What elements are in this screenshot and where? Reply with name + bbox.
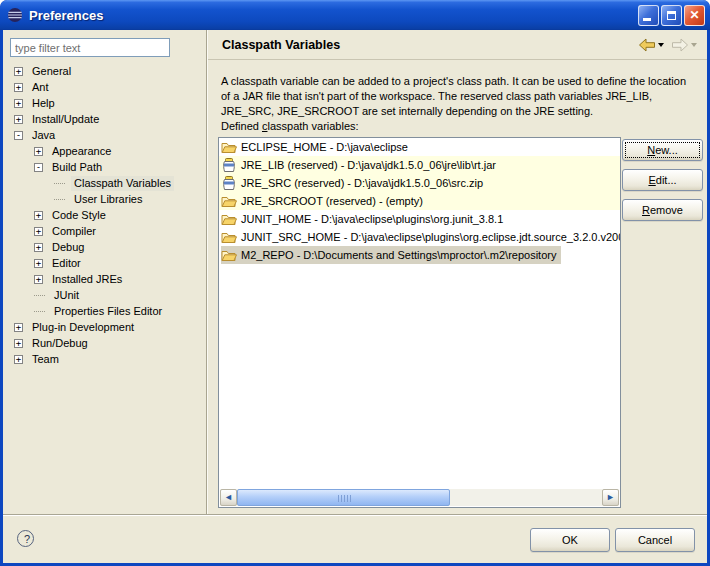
- help-button[interactable]: ?: [17, 530, 34, 547]
- ok-button[interactable]: OK: [530, 528, 610, 552]
- expand-plus-icon[interactable]: +: [14, 323, 23, 332]
- variable-text: ECLIPSE_HOME - D:\java\eclipse: [241, 139, 408, 156]
- tree-item-label: Build Path: [49, 160, 105, 175]
- variable-row[interactable]: JRE_SRC (reserved) - D:\java\jdk1.5.0_06…: [219, 174, 620, 192]
- expand-plus-icon[interactable]: +: [14, 339, 23, 348]
- title-bar[interactable]: Preferences ✕: [0, 0, 710, 30]
- variable-text: M2_REPO - D:\Documents and Settings\mpro…: [241, 247, 556, 264]
- tree-item-label: Code Style: [49, 208, 109, 223]
- scrollbar-grip-icon: [338, 495, 351, 502]
- classpath-variables-list[interactable]: ECLIPSE_HOME - D:\java\eclipseJRE_LIB (r…: [218, 137, 621, 508]
- tree-connector: [34, 295, 45, 296]
- tree-item-run-debug[interactable]: +Run/Debug: [7, 335, 205, 351]
- tree-item-debug[interactable]: +Debug: [7, 239, 205, 255]
- tree-item-build-path[interactable]: -Build Path: [7, 159, 205, 175]
- jar-icon: [221, 175, 237, 191]
- minimize-icon: [643, 18, 651, 21]
- tree-item-label: Java: [29, 128, 58, 143]
- tree-item-java[interactable]: -Java: [7, 127, 205, 143]
- variable-row[interactable]: JRE_SRCROOT (reserved) - (empty): [219, 192, 620, 210]
- horizontal-scrollbar[interactable]: ◄ ►: [220, 489, 619, 506]
- tree-item-plug-in-development[interactable]: +Plug-in Development: [7, 319, 205, 335]
- maximize-button[interactable]: [661, 5, 682, 26]
- tree-item-appearance[interactable]: +Appearance: [7, 143, 205, 159]
- tree-item-compiler[interactable]: +Compiler: [7, 223, 205, 239]
- tree-item-label: Debug: [49, 240, 87, 255]
- scrollbar-thumb[interactable]: [237, 489, 450, 506]
- expand-plus-icon[interactable]: +: [34, 259, 43, 268]
- back-button[interactable]: [636, 37, 666, 53]
- dialog-body: +General+Ant+Help+Install/Update-Java+Ap…: [3, 30, 707, 563]
- tree-item-editor[interactable]: +Editor: [7, 255, 205, 271]
- eclipse-logo-icon: [7, 7, 23, 23]
- tree-item-code-style[interactable]: +Code Style: [7, 207, 205, 223]
- tree-item-general[interactable]: +General: [7, 63, 205, 79]
- cancel-button[interactable]: Cancel: [615, 528, 695, 552]
- question-icon: ?: [24, 533, 30, 545]
- forward-dropdown-icon[interactable]: [691, 43, 697, 47]
- expand-plus-icon[interactable]: +: [34, 243, 43, 252]
- expand-plus-icon[interactable]: +: [14, 83, 23, 92]
- filter-input[interactable]: [10, 38, 170, 57]
- tree-item-label: Help: [29, 96, 58, 111]
- tree-item-label: Compiler: [49, 224, 99, 239]
- tree-item-team[interactable]: +Team: [7, 351, 205, 367]
- expand-plus-icon[interactable]: +: [14, 99, 23, 108]
- folder-open-icon: [221, 193, 237, 209]
- tree-item-help[interactable]: +Help: [7, 95, 205, 111]
- expand-plus-icon[interactable]: +: [34, 147, 43, 156]
- collapse-minus-icon[interactable]: -: [14, 131, 23, 140]
- variable-text: JUNIT_SRC_HOME - D:\java\eclipse\plugins…: [241, 229, 620, 246]
- tree-item-properties-files-editor[interactable]: Properties Files Editor: [7, 303, 205, 319]
- maximize-icon: [667, 11, 676, 20]
- close-icon: ✕: [685, 6, 704, 25]
- variable-row[interactable]: JUNIT_SRC_HOME - D:\java\eclipse\plugins…: [219, 228, 620, 246]
- expand-plus-icon[interactable]: +: [34, 227, 43, 236]
- expand-plus-icon[interactable]: +: [34, 275, 43, 284]
- tree-item-label: Properties Files Editor: [51, 304, 165, 319]
- tree-item-label: Ant: [29, 80, 52, 95]
- close-button[interactable]: ✕: [684, 5, 705, 26]
- tree-connector: [54, 183, 65, 184]
- expand-plus-icon[interactable]: +: [14, 67, 23, 76]
- scroll-left-icon[interactable]: ◄: [220, 489, 237, 506]
- footer-divider: [3, 514, 707, 516]
- forward-button[interactable]: [669, 37, 699, 53]
- variable-row[interactable]: JUNIT_HOME - D:\java\eclipse\plugins\org…: [219, 210, 620, 228]
- edit-button[interactable]: Edit...: [622, 169, 703, 191]
- tree-connector: [34, 311, 45, 312]
- tree-item-label: Run/Debug: [29, 336, 91, 351]
- tree-item-label: User Libraries: [71, 192, 145, 207]
- folder-open-icon: [221, 229, 237, 245]
- page-header: Classpath Variables: [208, 30, 707, 60]
- jar-icon: [221, 157, 237, 173]
- variable-row[interactable]: JRE_LIB (reserved) - D:\java\jdk1.5.0_06…: [219, 156, 620, 174]
- tree-item-classpath-variables[interactable]: Classpath Variables: [7, 175, 205, 191]
- tree-item-install-update[interactable]: +Install/Update: [7, 111, 205, 127]
- collapse-minus-icon[interactable]: -: [34, 163, 43, 172]
- minimize-button[interactable]: [638, 5, 659, 26]
- tree-item-junit[interactable]: JUnit: [7, 287, 205, 303]
- tree-item-label: Install/Update: [29, 112, 102, 127]
- tree-item-label: General: [29, 64, 74, 79]
- tree-item-label: Team: [29, 352, 62, 367]
- expand-plus-icon[interactable]: +: [14, 355, 23, 364]
- remove-button[interactable]: Remove: [622, 199, 703, 221]
- back-dropdown-icon[interactable]: [658, 43, 664, 47]
- variable-row[interactable]: ECLIPSE_HOME - D:\java\eclipse: [219, 138, 620, 156]
- tree-item-installed-jres[interactable]: +Installed JREs: [7, 271, 205, 287]
- tree-item-user-libraries[interactable]: User Libraries: [7, 191, 205, 207]
- folder-open-icon: [221, 247, 237, 263]
- list-label: Defined classpath variables:: [221, 120, 359, 132]
- new-button[interactable]: New...: [622, 139, 703, 161]
- scroll-right-icon[interactable]: ►: [602, 489, 619, 506]
- description-text: A classpath variable can be added to a p…: [221, 74, 697, 119]
- tree-item-label: Plug-in Development: [29, 320, 137, 335]
- variable-text: JRE_SRC (reserved) - D:\java\jdk1.5.0_06…: [241, 175, 483, 192]
- variable-row[interactable]: M2_REPO - D:\Documents and Settings\mpro…: [219, 246, 620, 264]
- tree-item-label: Installed JREs: [49, 272, 125, 287]
- expand-plus-icon[interactable]: +: [14, 115, 23, 124]
- expand-plus-icon[interactable]: +: [34, 211, 43, 220]
- tree-item-ant[interactable]: +Ant: [7, 79, 205, 95]
- window-title: Preferences: [29, 8, 638, 23]
